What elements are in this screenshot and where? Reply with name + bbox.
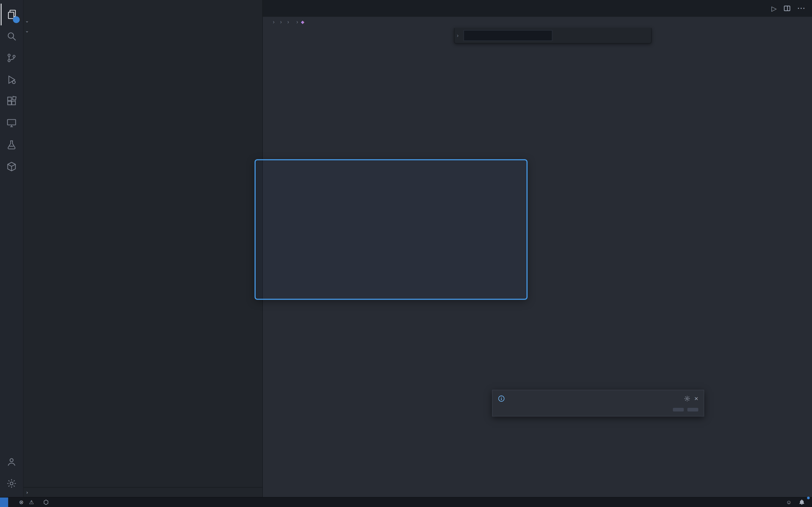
editor-group: ▷ ··· › › › › ◆: [263, 0, 812, 497]
feedback-icon[interactable]: ☺: [782, 498, 795, 507]
explorer-icon[interactable]: [1, 4, 22, 25]
problems-indicator[interactable]: ⊗ ⚠: [15, 498, 39, 507]
search-icon[interactable]: [1, 25, 22, 47]
notification-close-icon[interactable]: ×: [694, 395, 698, 402]
chevron-right-icon: ›: [296, 19, 298, 25]
tabnine-icon: [43, 499, 49, 505]
explorer-badge: [13, 16, 20, 23]
warning-icon: ⚠: [29, 499, 34, 505]
chevron-down-icon: ›: [24, 18, 30, 25]
find-collapse-icon[interactable]: ›: [455, 33, 460, 39]
notification-toast: ×: [492, 390, 704, 416]
error-icon: ⊗: [19, 499, 23, 505]
breadcrumb: › › › › ◆: [263, 17, 812, 27]
account-icon[interactable]: [1, 451, 22, 472]
encoding[interactable]: [761, 498, 768, 507]
open-editors-header[interactable]: ›: [23, 17, 262, 27]
extensions-icon[interactable]: [1, 91, 22, 112]
install-button[interactable]: [673, 408, 684, 411]
source-control-icon[interactable]: [1, 47, 22, 69]
split-editor-icon[interactable]: [784, 6, 790, 11]
project-section-header[interactable]: ›: [23, 27, 262, 37]
status-bar: ⊗ ⚠ ☺: [0, 497, 812, 507]
settings-gear-icon[interactable]: [1, 472, 22, 494]
language-mode[interactable]: [775, 498, 782, 507]
indentation[interactable]: [753, 498, 761, 507]
chevron-down-icon: ›: [24, 28, 30, 35]
breadcrumb-symbol[interactable]: ◆: [301, 19, 306, 25]
more-actions-icon[interactable]: ···: [798, 5, 806, 12]
overview-ruler: [806, 27, 812, 497]
editor-actions: ▷ ···: [771, 0, 812, 17]
remote-explorer-icon[interactable]: [1, 112, 22, 134]
find-widget: ›: [454, 28, 652, 44]
eol-sequence[interactable]: [768, 498, 775, 507]
chevron-right-icon: ›: [287, 19, 289, 25]
show-recommendations-button[interactable]: [688, 408, 698, 411]
symbol-method-icon: ◆: [301, 19, 304, 25]
find-input[interactable]: [467, 33, 526, 39]
bell-badge-dot: [807, 497, 810, 499]
info-icon: [498, 395, 505, 402]
chevron-right-icon: ›: [280, 19, 282, 25]
chevron-right-icon: ›: [273, 19, 274, 25]
tabnine-status[interactable]: [39, 498, 54, 507]
minimap[interactable]: [671, 27, 727, 497]
run-debug-icon[interactable]: [1, 69, 22, 91]
editor[interactable]: [263, 27, 812, 497]
tab-bar: ▷ ···: [263, 0, 812, 17]
find-input-wrap: [464, 30, 552, 41]
python-interpreter[interactable]: [8, 498, 15, 507]
vscode-window: › › › ▷ ··· › ›: [0, 0, 812, 507]
sidebar-title: [23, 0, 262, 17]
remote-indicator[interactable]: [0, 498, 8, 507]
run-python-file-icon[interactable]: ▷: [771, 5, 777, 12]
package-icon[interactable]: [1, 156, 22, 177]
notification-settings-icon[interactable]: [684, 395, 691, 402]
sidebar-explorer: › › ›: [23, 0, 263, 497]
outline-section-header[interactable]: ›: [23, 487, 262, 497]
test-beaker-icon[interactable]: [1, 134, 22, 156]
activity-bar: [0, 0, 23, 497]
chevron-right-icon: ›: [23, 490, 31, 495]
notifications-bell-icon[interactable]: [795, 498, 808, 507]
cursor-position[interactable]: [746, 498, 753, 507]
